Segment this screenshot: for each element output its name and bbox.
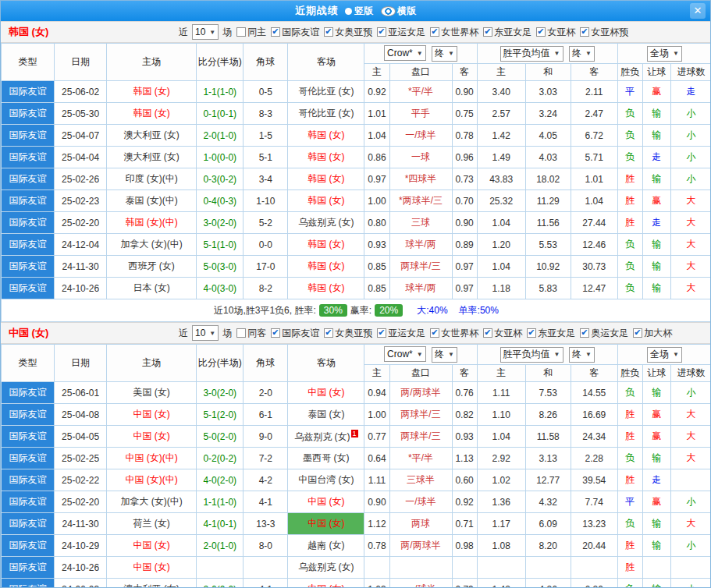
scope-select[interactable]: 全场▼ <box>647 347 682 363</box>
match-row: 国际友谊24-06-03澳大利亚 (女)2-0(0-0)4-1中国 (女)1.0… <box>2 579 711 588</box>
match-type-cell[interactable]: 国际友谊 <box>2 256 55 278</box>
match-type-cell[interactable]: 国际友谊 <box>2 103 55 125</box>
match-type-cell[interactable]: 国际友谊 <box>2 535 55 557</box>
competition-checkbox[interactable]: 女奥亚预 <box>324 26 372 39</box>
wdl-average-select[interactable]: 胜平负均值▼ <box>500 46 563 62</box>
odds-time-select[interactable]: 终▼ <box>432 46 457 62</box>
away-win-avg-cell: 2.47 <box>571 103 617 125</box>
checkbox-icon <box>580 27 589 37</box>
match-type-cell[interactable]: 国际友谊 <box>2 382 55 404</box>
bookmaker-select[interactable]: Crow*▼ <box>384 346 426 362</box>
wdl-average-select-value: 胜平负均值 <box>503 348 550 361</box>
competition-checkbox[interactable]: 女世界杯 <box>430 327 478 340</box>
competition-checkbox[interactable]: 亚运女足 <box>377 327 425 340</box>
competition-checkbox[interactable]: 奥运女足 <box>580 327 628 340</box>
result-cell: 负 <box>617 448 642 469</box>
match-type-cell[interactable]: 国际友谊 <box>2 168 55 190</box>
competition-checkbox[interactable]: 女亚杯 <box>536 26 575 39</box>
handicap-result-cell: 输 <box>642 168 670 190</box>
match-type-cell[interactable]: 国际友谊 <box>2 579 55 588</box>
subcol-odds-away: 客 <box>452 64 477 81</box>
match-type-cell[interactable]: 国际友谊 <box>2 491 55 513</box>
competition-checkbox[interactable]: 亚运女足 <box>377 26 425 39</box>
match-type-cell[interactable]: 国际友谊 <box>2 125 55 147</box>
result-cell: 胜 <box>617 557 642 579</box>
handicap-result-cell: 赢 <box>642 190 670 212</box>
draw-avg-cell: 3.13 <box>525 448 571 469</box>
away-odds-cell: 0.78 <box>452 125 477 147</box>
bookmaker-select[interactable]: Crow*▼ <box>384 45 426 61</box>
vertical-layout-radio[interactable]: 竖版 <box>345 5 373 18</box>
match-type-cell[interactable]: 国际友谊 <box>2 426 55 448</box>
goals-result-cell: 大 <box>670 278 711 299</box>
competition-checkbox[interactable]: 女亚杯 <box>483 327 522 340</box>
checkbox-label: 女奥亚预 <box>335 327 372 340</box>
match-row: 国际友谊25-04-07澳大利亚 (女)2-0(1-0)1-5韩国 (女)1.0… <box>2 125 711 147</box>
match-type-cell[interactable]: 国际友谊 <box>2 278 55 299</box>
match-type-cell[interactable]: 国际友谊 <box>2 212 55 234</box>
score-cell: 2-0(1-0) <box>197 535 244 557</box>
away-win-avg-cell <box>571 557 617 579</box>
close-icon[interactable]: ✕ <box>690 3 706 19</box>
checkbox-label: 同客 <box>247 327 266 340</box>
match-type-cell[interactable]: 国际友谊 <box>2 557 55 579</box>
handicap-rate-label: 赢率: <box>350 305 371 316</box>
chevron-down-icon: ▼ <box>554 351 560 358</box>
match-type-cell[interactable]: 国际友谊 <box>2 513 55 535</box>
away-win-avg-cell: 27.44 <box>571 212 617 234</box>
away-odds-cell: 0.90 <box>452 81 477 103</box>
handicap-result-cell: 走 <box>642 147 670 168</box>
goals-result-cell <box>670 469 711 491</box>
home-team-cell: 荷兰 (女) <box>107 513 197 535</box>
corner-cell: 1-5 <box>244 125 288 147</box>
match-type-cell[interactable]: 国际友谊 <box>2 190 55 212</box>
away-odds-cell: 0.96 <box>452 147 477 168</box>
competition-checkbox[interactable]: 东亚女足 <box>527 327 575 340</box>
match-type-cell[interactable]: 国际友谊 <box>2 404 55 426</box>
recent-count-select[interactable]: 10▼ <box>192 325 219 341</box>
result-cell: 胜 <box>617 469 642 491</box>
result-cell: 胜 <box>617 212 642 234</box>
home-odds-cell: 0.64 <box>364 448 389 469</box>
result-cell: 胜 <box>617 426 642 448</box>
checkbox-label: 女亚杯 <box>547 26 575 39</box>
competition-checkbox[interactable]: 女奥亚预 <box>324 327 372 340</box>
competition-checkbox[interactable]: 加大杯 <box>633 327 672 340</box>
competition-checkbox[interactable]: 东亚女足 <box>483 26 531 39</box>
competition-checkbox[interactable]: 国际友谊 <box>271 26 319 39</box>
corner-cell: 8-0 <box>244 535 288 557</box>
scope-select[interactable]: 全场▼ <box>647 46 682 62</box>
home-team-cell: 韩国 (女)(中) <box>107 212 197 234</box>
competition-checkbox[interactable]: 国际友谊 <box>271 327 319 340</box>
chevron-down-icon: ▼ <box>417 351 423 358</box>
checkbox-icon <box>633 328 642 338</box>
summary-row: 近10场,胜3平1负6, 胜率:30%赢率:20%大:40%单率:50% <box>2 299 711 322</box>
checkbox-icon <box>377 328 386 338</box>
handicap-result-cell: 输 <box>642 579 670 588</box>
filter-bar: 近10▼场同主国际友谊女奥亚预亚运女足女世界杯东亚女足女亚杯女亚杯预 <box>176 24 631 40</box>
match-type-cell[interactable]: 国际友谊 <box>2 448 55 469</box>
wdl-time-select[interactable]: 终▼ <box>569 347 595 363</box>
horizontal-layout-radio[interactable]: 横版 <box>379 5 416 18</box>
checkbox-icon <box>580 328 589 338</box>
same-venue-checkbox[interactable]: 同主 <box>236 26 266 39</box>
competition-checkbox[interactable]: 女世界杯 <box>430 26 478 39</box>
matches-table: 类型 日期 主场 比分(半场) 角球 客场 Crow*▼ 终▼ 胜平负均值▼ 终… <box>1 43 711 322</box>
odds-time-select[interactable]: 终▼ <box>432 347 457 363</box>
home-win-avg-cell: 1.20 <box>477 234 525 256</box>
match-type-cell[interactable]: 国际友谊 <box>2 81 55 103</box>
corner-cell: 3-4 <box>244 168 288 190</box>
subcol-odds-home: 主 <box>364 64 389 81</box>
match-type-cell[interactable]: 国际友谊 <box>2 147 55 168</box>
competition-checkbox[interactable]: 女亚杯预 <box>580 26 628 39</box>
wdl-average-select-value: 胜平负均值 <box>503 47 550 60</box>
wdl-time-select[interactable]: 终▼ <box>569 46 595 62</box>
same-venue-checkbox[interactable]: 同客 <box>236 327 266 340</box>
wdl-average-select[interactable]: 胜平负均值▼ <box>500 347 563 363</box>
result-cell: 负 <box>617 382 642 404</box>
subcol-avg-away: 客 <box>571 365 617 382</box>
match-row: 国际友谊25-05-30韩国 (女)0-1(0-1)8-3哥伦比亚 (女)1.0… <box>2 103 711 125</box>
match-type-cell[interactable]: 国际友谊 <box>2 469 55 491</box>
recent-count-select[interactable]: 10▼ <box>192 24 219 40</box>
match-type-cell[interactable]: 国际友谊 <box>2 234 55 256</box>
